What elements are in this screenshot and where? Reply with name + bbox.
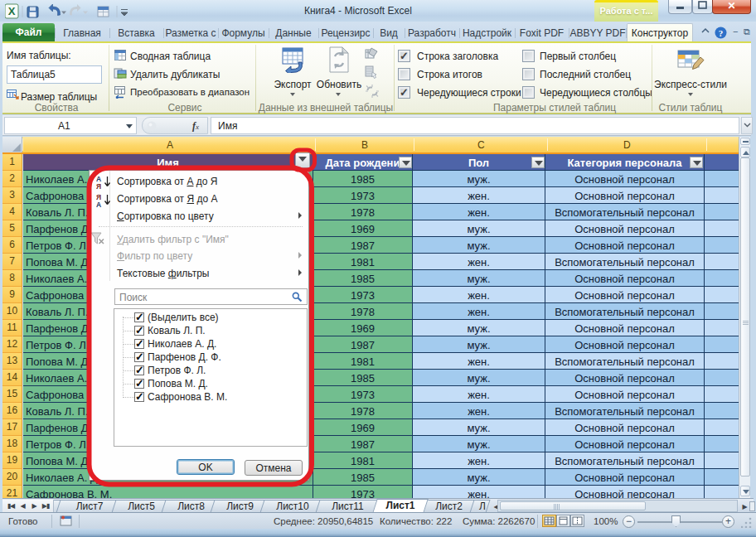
svg-text:X: X [8,5,16,17]
svg-text:Я: Я [96,182,101,190]
svg-text:?: ? [719,28,724,38]
svg-text:А: А [96,201,101,208]
